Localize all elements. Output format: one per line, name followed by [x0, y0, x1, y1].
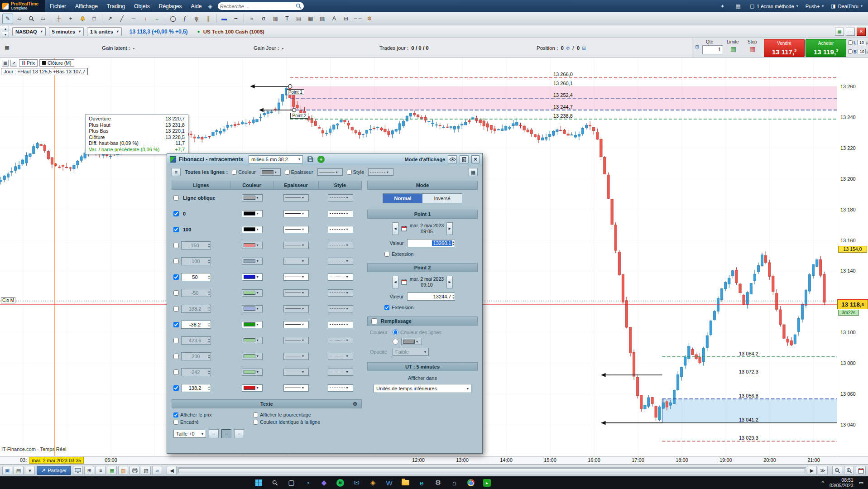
tool-settings[interactable]: ⚙ — [364, 14, 375, 24]
line-style-select[interactable]: ▾ — [328, 226, 353, 233]
plugin-icon[interactable]: ◈ — [208, 3, 212, 10]
table-icon[interactable]: ▦ — [107, 466, 117, 475]
align-center-button[interactable]: ≡ — [221, 429, 231, 438]
scrollbar-thumb[interactable] — [178, 468, 805, 473]
layout-2-tool[interactable]: ▦ — [305, 14, 316, 24]
line-thickness-select[interactable]: ▾ — [283, 258, 309, 265]
line-level-input[interactable]: -50▴▾ — [181, 289, 211, 297]
fib-point-handle-label[interactable]: Point 2 — [290, 113, 308, 119]
widgets-icon[interactable]: ◔ — [301, 477, 315, 489]
line-visible-checkbox[interactable] — [173, 385, 179, 391]
point2-extension-option[interactable]: Extension — [384, 305, 478, 310]
pencil-tool[interactable]: ✎ — [2, 14, 13, 24]
line-style-select[interactable]: ▾ — [328, 242, 353, 249]
fibonacci-tool[interactable]: ƒ — [179, 14, 190, 24]
line-style-select[interactable]: ▾ — [328, 321, 353, 328]
line-visible-checkbox[interactable] — [173, 354, 179, 359]
line-style-select[interactable]: ▾ — [328, 369, 353, 376]
point1-datetime[interactable]: mar. 2 mai 2023 09:05 — [410, 223, 444, 235]
line-level-input[interactable]: 423.6▴▾ — [181, 336, 211, 345]
draw-status-icon[interactable]: ▣ — [2, 466, 12, 475]
news-icon[interactable]: ≡ — [96, 466, 106, 475]
pan-tool[interactable]: ┼ — [53, 14, 64, 24]
limit-order-icon[interactable]: ▦ — [730, 45, 736, 53]
layout-icon[interactable]: ▧ — [141, 466, 151, 475]
dash-style-tool[interactable]: – – — [352, 14, 363, 24]
share-button[interactable]: ↗ Partager — [37, 466, 71, 475]
cloture-series-chip[interactable]: Clôture (M) — [39, 59, 74, 67]
line-visible-checkbox[interactable] — [173, 338, 179, 343]
close-button[interactable]: ✕ — [857, 28, 866, 36]
chart-panel-toggle-icon[interactable]: ▲ — [2, 26, 9, 31]
point1-prev-button[interactable]: ◀ — [392, 222, 398, 235]
ut-select[interactable]: Unités de temps inférieures▾ — [374, 384, 471, 393]
note-tool[interactable]: □ — [89, 14, 100, 24]
lines-list-icon[interactable]: ≡ — [172, 168, 181, 176]
word-icon[interactable]: W — [382, 477, 396, 489]
chart-window-icon[interactable]: ▦ — [835, 28, 844, 36]
point1-next-button[interactable]: ▶ — [446, 222, 453, 235]
search-button[interactable] — [268, 477, 282, 489]
menu-reglages[interactable]: Réglages — [154, 3, 187, 10]
scroll-left-icon[interactable]: ◀ — [167, 466, 177, 475]
measure-tool[interactable]: ⊞ — [340, 14, 351, 24]
fib-point-handle-label[interactable]: Point 1 — [287, 89, 304, 95]
delete-drawing-icon[interactable] — [460, 155, 469, 163]
chart-up-icon[interactable]: ↗ — [10, 60, 17, 67]
point1-value-input[interactable]: 13260.1 ▴▾ — [407, 239, 455, 247]
line-thickness-select[interactable]: ▾ — [283, 384, 309, 392]
line-color-select[interactable]: ▾ — [242, 289, 263, 297]
prorealtime-app-icon[interactable]: ▸ — [480, 477, 494, 489]
mode-dropdown-icon[interactable]: ▾ — [25, 466, 35, 475]
opacite-select[interactable]: Faible▾ — [393, 348, 429, 356]
store-icon[interactable]: ⌂ — [447, 477, 461, 489]
line-style-select[interactable]: ▾ — [328, 337, 353, 344]
line-thickness-select[interactable]: ▾ — [283, 337, 309, 344]
line-style-select[interactable]: ▾ — [328, 258, 353, 265]
timeframe-select[interactable]: 5 minutes▾ — [49, 27, 84, 36]
search-input[interactable] — [220, 4, 296, 9]
menu-trading[interactable]: Trading — [102, 3, 129, 10]
line-color-select[interactable]: ▾ — [242, 258, 263, 265]
line-thickness-select[interactable]: ▾ — [283, 369, 309, 376]
line-style-select[interactable]: ▾ — [328, 289, 353, 297]
stats-icon[interactable]: ▦ — [5, 44, 10, 51]
app-purple-icon[interactable]: ◆ — [317, 477, 331, 489]
screen-mode-button[interactable]: ▢ 1 écran méthode▾ — [750, 3, 798, 9]
trendline-tool[interactable]: ╱ — [116, 14, 127, 24]
line-visible-checkbox[interactable] — [173, 195, 179, 201]
line-color-select[interactable]: ▾ — [242, 273, 263, 281]
stats-icon[interactable]: ▥ — [118, 466, 128, 475]
line-style-select[interactable]: ▾ — [328, 273, 353, 281]
sell-button[interactable]: Vendre 13 117,3 — [764, 39, 805, 57]
point2-value-input[interactable]: 13244.7 ▴▾ — [407, 292, 455, 301]
order-calculator-icon[interactable]: ⊞ — [695, 44, 699, 49]
fill-color-select[interactable]: ▾ — [401, 338, 422, 345]
line-color-select[interactable]: ▾ — [242, 210, 263, 217]
workspace-icon[interactable]: ▦ — [735, 3, 740, 10]
line-level-input[interactable]: 138.2▴▾ — [181, 305, 211, 313]
point1-extension-option[interactable]: Extension — [384, 251, 478, 257]
qty-input[interactable]: 1 — [702, 45, 723, 54]
buy-arrow-tool[interactable]: ← — [152, 14, 163, 24]
all-couleur-toggle[interactable]: Couleur — [232, 169, 256, 175]
mail-icon[interactable]: ✉ — [350, 477, 364, 489]
position-link-icon[interactable]: ⊞ — [582, 46, 585, 51]
line-visible-checkbox[interactable] — [173, 259, 179, 264]
line-thickness-select[interactable]: ▾ — [283, 305, 309, 312]
menu-fichier[interactable]: Fichier — [45, 3, 71, 10]
calendar-icon[interactable] — [856, 466, 866, 475]
dialog-titlebar[interactable]: Fibonacci - retracements milieu 5 mn 38.… — [167, 153, 482, 165]
wizard-icon[interactable]: ✦ — [720, 3, 724, 10]
afficher-pourcentage-checkbox[interactable] — [253, 412, 258, 417]
all-epaisseur-checkbox[interactable] — [285, 170, 290, 175]
text-size-select[interactable]: Taille +0▾ — [173, 430, 206, 438]
edge-icon[interactable]: e — [415, 477, 429, 489]
eraser-tool[interactable]: ▱ — [14, 14, 25, 24]
line-level-input[interactable]: -242▴▾ — [181, 368, 211, 376]
line-visible-checkbox[interactable] — [173, 306, 179, 312]
couleur-identique-checkbox[interactable] — [253, 420, 258, 425]
notification-icon[interactable]: ▭ — [859, 480, 863, 486]
save-preset-icon[interactable] — [306, 155, 315, 163]
ellipse-tool[interactable]: ◯ — [168, 14, 178, 24]
